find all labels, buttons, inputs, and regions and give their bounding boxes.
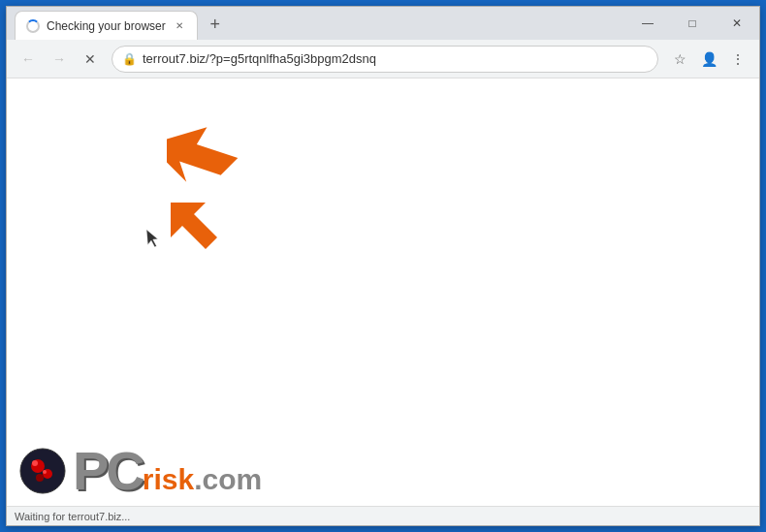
toolbar-actions: ☆ 👤 ⋮ xyxy=(666,46,751,73)
loading-spinner xyxy=(26,19,40,33)
tab-title: Checking your browser xyxy=(47,19,166,33)
status-bar: Waiting for terrout7.biz... xyxy=(7,506,759,525)
risk-text: risk xyxy=(143,463,194,495)
status-text: Waiting for terrout7.biz... xyxy=(15,511,130,522)
maximize-button[interactable]: □ xyxy=(670,7,715,40)
watermark-logo: PCrisk.com xyxy=(18,444,262,498)
address-bar[interactable]: 🔒 terrout7.biz/?p=g5rtqnlfha5gi3bpgm2dsn… xyxy=(112,46,658,73)
window-controls: — □ ✕ xyxy=(625,7,759,40)
new-tab-button[interactable]: + xyxy=(202,11,229,38)
svg-point-7 xyxy=(43,470,47,474)
svg-marker-1 xyxy=(171,203,217,249)
reload-button[interactable]: ✕ xyxy=(77,46,104,73)
menu-button[interactable]: ⋮ xyxy=(724,46,751,73)
url-text: terrout7.biz/?p=g5rtqnlfha5gi3bpgm2dsnq xyxy=(143,51,648,66)
svg-point-3 xyxy=(20,449,65,493)
svg-marker-0 xyxy=(167,108,238,195)
pcrisk-text: PCrisk.com xyxy=(73,444,262,498)
arrow-visual xyxy=(167,199,244,276)
active-tab[interactable]: Checking your browser ✕ xyxy=(15,11,198,40)
mouse-cursor xyxy=(146,228,164,253)
browser-window: Checking your browser ✕ + — □ ✕ ← → ✕ 🔒 … xyxy=(6,6,760,526)
back-button[interactable]: ← xyxy=(15,46,42,73)
watermark: PCrisk.com xyxy=(7,436,273,506)
forward-button[interactable]: → xyxy=(46,46,73,73)
close-button[interactable]: ✕ xyxy=(715,7,759,40)
svg-point-8 xyxy=(36,474,44,482)
lock-icon: 🔒 xyxy=(122,52,137,66)
dotcom-text: .com xyxy=(194,463,262,495)
tab-favicon xyxy=(25,18,41,34)
title-bar: Checking your browser ✕ + — □ ✕ xyxy=(7,7,759,40)
tabs-row: Checking your browser ✕ + xyxy=(7,7,365,40)
arrow-container xyxy=(167,108,254,276)
bookmark-button[interactable]: ☆ xyxy=(666,46,693,73)
svg-marker-2 xyxy=(146,229,159,248)
content-area: PCrisk.com xyxy=(7,78,759,506)
pc-text: PC xyxy=(73,440,143,501)
toolbar: ← → ✕ 🔒 terrout7.biz/?p=g5rtqnlfha5gi3bp… xyxy=(7,40,759,78)
minimize-button[interactable]: — xyxy=(625,7,670,40)
account-button[interactable]: 👤 xyxy=(695,46,722,73)
tab-close-button[interactable]: ✕ xyxy=(172,18,187,34)
svg-point-5 xyxy=(32,460,38,466)
orange-arrow-icon xyxy=(167,108,254,195)
pcrisk-logo-icon xyxy=(18,447,67,495)
